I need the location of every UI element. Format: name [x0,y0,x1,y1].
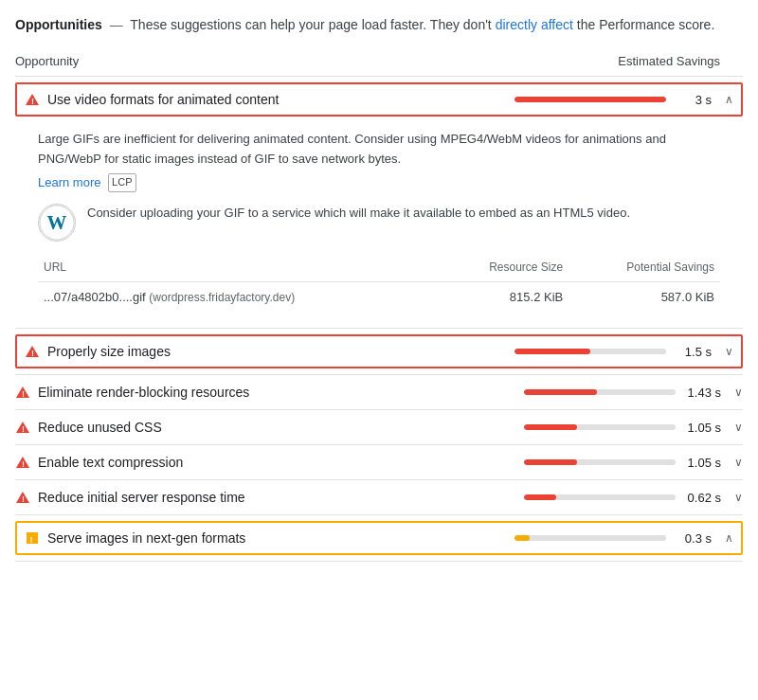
savings-column-header: Estimated Savings [618,54,720,68]
potential-savings-cell: 587.0 KiB [568,281,720,313]
warning-triangle-icon: ! [25,92,40,107]
savings-bar [524,424,577,430]
opportunity-row-reduce-server[interactable]: ! Reduce initial server response time 0.… [15,480,743,514]
opportunity-reduce-unused-css: ! Reduce unused CSS 1.05 s ∨ [15,410,743,445]
opportunity-eliminate-render-blocking: ! Eliminate render-blocking resources 1.… [15,375,743,410]
savings-bar-container [514,535,666,541]
url-table: URL Resource Size Potential Savings ...0… [38,255,720,313]
opportunity-column-header: Opportunity [15,54,79,68]
savings-bar-container [514,349,666,354]
resource-size-column-header: Resource Size [439,255,568,281]
opportunity-reduce-server-response: ! Reduce initial server response time 0.… [15,480,743,515]
svg-text:!: ! [22,459,25,469]
chevron-icon[interactable]: ∨ [734,386,743,399]
potential-savings-column-header: Potential Savings [568,255,720,281]
svg-text:!: ! [22,494,25,504]
opportunity-left: ! Reduce unused CSS [15,420,524,435]
savings-bar-container [514,97,666,102]
opportunity-row-reduce-css[interactable]: ! Reduce unused CSS 1.05 s ∨ [15,410,743,444]
opportunity-label-eliminate-render: Eliminate render-blocking resources [38,385,249,400]
url-table-row: ...07/a4802b0....gif (wordpress.fridayfa… [38,281,720,313]
savings-value: 0.62 s [685,491,721,505]
svg-text:!: ! [22,424,25,434]
warning-triangle-icon: ! [15,490,30,505]
column-headers: Opportunity Estimated Savings [15,50,743,77]
opportunity-row-properly-size[interactable]: ! Properly size images 1.5 s ∨ [15,334,743,368]
learn-more-link[interactable]: Learn more [38,175,100,189]
opportunity-enable-text-compression: ! Enable text compression 1.05 s ∨ [15,445,743,480]
warning-square-icon: ! [25,530,40,546]
svg-text:W: W [47,211,67,234]
opportunity-right: 1.43 s ∨ [524,386,743,400]
header-dash: — [110,17,123,32]
savings-bar-container [524,389,676,395]
svg-text:!: ! [31,97,34,106]
svg-text:!: ! [22,389,25,399]
savings-bar [514,97,666,102]
chevron-icon[interactable]: ∨ [734,456,743,469]
opportunity-left: ! Use video formats for animated content [25,92,514,107]
wordpress-hint-text: Consider uploading your GIF to a service… [87,204,630,223]
opportunity-left: ! Eliminate render-blocking resources [15,385,524,400]
opportunity-label-use-video: Use video formats for animated content [47,92,279,107]
header: Opportunities — These suggestions can he… [15,15,743,35]
opportunity-label-serve-next-gen: Serve images in next-gen formats [47,530,245,546]
opportunity-use-video-formats: ! Use video formats for animated content… [15,82,743,329]
warning-triangle-icon: ! [15,385,30,400]
resource-size-cell: 815.2 KiB [439,281,568,313]
opportunity-label-properly-size: Properly size images [47,344,171,359]
warning-triangle-icon: ! [25,344,40,359]
savings-bar [524,494,556,500]
opportunity-left: ! Serve images in next-gen formats [25,530,514,546]
savings-bar-container [524,494,676,500]
opportunity-properly-size-images: ! Properly size images 1.5 s ∨ [15,334,743,375]
svg-text:!: ! [30,535,33,545]
savings-bar-container [524,459,676,465]
opportunity-label-reduce-server: Reduce initial server response time [38,490,245,505]
opportunity-row-eliminate-render[interactable]: ! Eliminate render-blocking resources 1.… [15,375,743,409]
savings-bar [514,349,590,354]
opportunity-right: 0.62 s ∨ [524,491,743,505]
savings-value: 1.05 s [685,456,721,470]
opportunity-left: ! Properly size images [25,344,514,359]
savings-value: 0.3 s [676,531,712,546]
opportunity-right: 1.05 s ∨ [524,421,743,435]
savings-bar [524,459,577,465]
chevron-icon[interactable]: ∨ [734,491,743,504]
opportunity-left: ! Reduce initial server response time [15,490,524,505]
savings-value: 1.43 s [685,386,721,400]
url-cell: ...07/a4802b0....gif (wordpress.fridayfa… [38,281,439,313]
opportunity-right: 1.05 s ∨ [524,456,743,470]
savings-value: 3 s [676,93,712,107]
savings-bar [514,535,530,541]
opportunity-row-serve-next-gen[interactable]: ! Serve images in next-gen formats 0.3 s… [15,521,743,555]
opportunity-right: 0.3 s ∧ [514,531,733,546]
header-description: These suggestions can help your page loa… [130,17,714,32]
url-column-header: URL [38,255,439,281]
chevron-icon[interactable]: ∧ [725,531,733,545]
chevron-icon[interactable]: ∨ [725,345,733,358]
warning-triangle-icon: ! [15,420,30,435]
wordpress-icon: W [38,204,76,242]
section-title: Opportunities [15,17,102,32]
url-hostname: (wordpress.fridayfactory.dev) [149,291,295,304]
savings-bar-container [524,424,676,430]
warning-triangle-icon: ! [15,455,30,470]
expanded-description: Large GIFs are inefficient for deliverin… [38,130,720,170]
lcp-badge: LCP [108,173,135,192]
opportunity-right: 1.5 s ∨ [514,345,733,359]
opportunity-label-reduce-css: Reduce unused CSS [38,420,162,435]
opportunity-left: ! Enable text compression [15,455,524,470]
direct-affect-link[interactable]: directly affect [496,17,573,32]
svg-text:!: ! [31,349,34,358]
savings-value: 1.05 s [685,421,721,435]
savings-bar [524,389,597,395]
opportunity-right: 3 s ∧ [514,93,733,107]
chevron-icon[interactable]: ∨ [734,421,743,434]
savings-value: 1.5 s [676,345,712,359]
opportunity-label-enable-compression: Enable text compression [38,455,183,470]
wordpress-hint-row: W Consider uploading your GIF to a servi… [38,204,720,242]
opportunity-row-enable-text[interactable]: ! Enable text compression 1.05 s ∨ [15,445,743,479]
opportunity-row-use-video-formats[interactable]: ! Use video formats for animated content… [15,82,743,117]
chevron-icon[interactable]: ∧ [725,93,733,106]
